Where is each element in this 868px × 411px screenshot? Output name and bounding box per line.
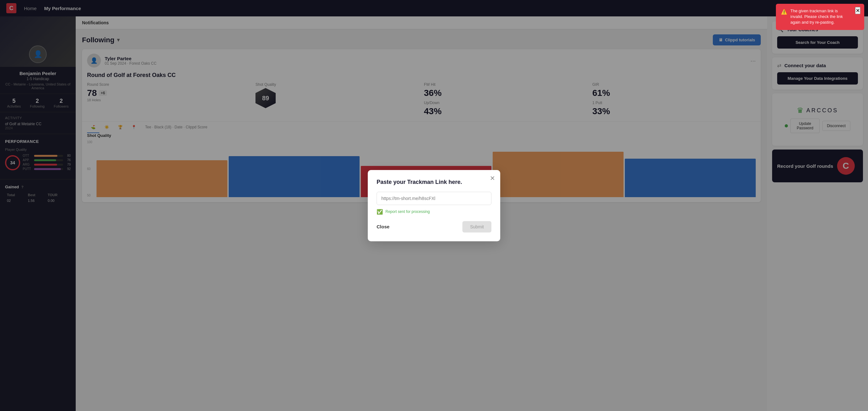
toast-message: The given trackman link is invalid. Plea… <box>790 8 851 26</box>
modal-success-message: ✅ Report sent for processing <box>377 209 491 215</box>
toast-close-button[interactable]: ✕ <box>855 7 861 14</box>
modal-close-button[interactable]: Close <box>377 221 390 232</box>
modal-actions: Close Submit <box>377 221 491 232</box>
success-icon: ✅ <box>377 209 383 215</box>
modal-overlay: Paste your Trackman Link here. ✕ ✅ Repor… <box>0 0 868 411</box>
trackman-link-input[interactable] <box>377 192 491 205</box>
trackman-modal: Paste your Trackman Link here. ✕ ✅ Repor… <box>368 170 500 241</box>
error-toast: ⚠️ The given trackman link is invalid. P… <box>776 4 864 30</box>
modal-close-x-button[interactable]: ✕ <box>490 175 495 182</box>
modal-title: Paste your Trackman Link here. <box>377 179 491 186</box>
success-text: Report sent for processing <box>385 210 430 214</box>
warning-icon: ⚠️ <box>781 8 787 15</box>
modal-submit-button[interactable]: Submit <box>462 221 491 232</box>
